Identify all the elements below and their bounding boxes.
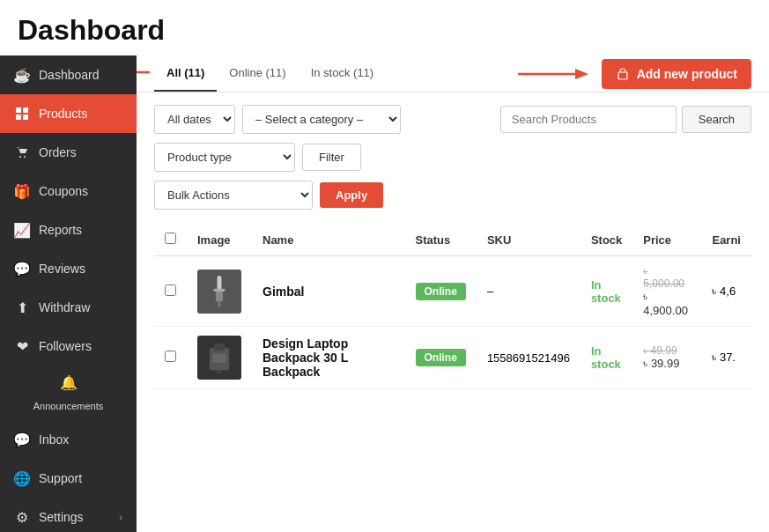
tabs-list: All (11) Online (11) In stock (11) — [154, 55, 386, 92]
price-original: ৳ 5,000.00 — [643, 265, 691, 290]
category-filter-select[interactable]: – Select a category – — [242, 105, 401, 134]
product-stock-cell: Instock — [580, 327, 632, 389]
sidebar-item-orders[interactable]: Orders — [0, 133, 137, 172]
dashboard-icon: ☕ — [14, 67, 30, 83]
reports-icon: 📈 — [14, 222, 30, 238]
row-checkbox[interactable] — [165, 351, 176, 362]
filter-button[interactable]: Filter — [302, 144, 361, 171]
product-image — [197, 336, 241, 380]
chevron-right-icon: › — [119, 512, 122, 522]
product-name-cell: Design Laptop Backpack 30 L Backpack — [252, 327, 405, 389]
svg-rect-2 — [16, 115, 21, 120]
backpack-svg — [203, 342, 235, 373]
product-earnings-cell: ৳ 4,6 — [701, 256, 751, 327]
coupons-icon: 🎁 — [14, 183, 30, 199]
withdraw-icon: ⬆ — [14, 299, 30, 315]
price-sale: ৳ 39.99 — [643, 357, 691, 371]
sidebar-item-dashboard[interactable]: ☕ Dashboard — [0, 55, 137, 94]
sidebar-item-inbox[interactable]: 💬 Inbox — [0, 420, 137, 459]
row-checkbox-cell — [154, 256, 187, 327]
products-icon — [14, 106, 30, 122]
col-earnings: Earni — [701, 224, 751, 256]
sidebar-item-reports[interactable]: 📈 Reports — [0, 211, 137, 249]
row-checkbox[interactable] — [165, 284, 176, 296]
svg-point-4 — [19, 156, 21, 158]
svg-rect-8 — [618, 72, 627, 79]
settings-icon: ⚙ — [14, 509, 30, 525]
svg-rect-0 — [16, 107, 21, 113]
sidebar-item-followers[interactable]: ❤ Followers — [0, 327, 137, 366]
sidebar-item-products[interactable]: Products — [0, 94, 137, 133]
sidebar-item-announcements[interactable]: 🔔 Announcements — [0, 366, 137, 420]
products-table-wrapper: Image Name Status SKU Stock Price Earni — [137, 224, 769, 389]
svg-rect-14 — [218, 301, 220, 307]
orders-icon — [14, 144, 30, 160]
sidebar-item-label: Followers — [39, 339, 122, 353]
product-sku-cell: – — [477, 256, 580, 327]
svg-rect-17 — [212, 354, 226, 363]
svg-rect-12 — [213, 288, 225, 291]
svg-rect-1 — [23, 107, 28, 113]
sidebar-item-label: Products — [39, 107, 122, 121]
table-row: Gimbal Online – Instock ৳ 5,000.00 ৳ 4,9… — [154, 256, 751, 327]
svg-marker-7 — [575, 69, 588, 79]
product-status-cell: Online — [405, 327, 477, 389]
tab-all[interactable]: All (11) — [154, 55, 217, 92]
sidebar-item-label: Coupons — [39, 184, 122, 198]
sidebar-item-label: Inbox — [39, 432, 122, 447]
tab-instock[interactable]: In stock (11) — [299, 55, 387, 92]
product-price-cell: ৳ 49.99 ৳ 39.99 — [632, 327, 701, 389]
price-sale: ৳ 4,900.00 — [643, 290, 691, 317]
product-image-cell — [187, 327, 252, 389]
svg-rect-16 — [214, 344, 225, 351]
product-image — [197, 270, 241, 314]
products-table: Image Name Status SKU Stock Price Earni — [154, 224, 751, 389]
product-stock-cell: Instock — [580, 256, 632, 327]
date-filter-select[interactable]: All dates — [154, 105, 235, 134]
sidebar-item-withdraw[interactable]: ⬆ Withdraw — [0, 288, 137, 327]
sidebar: ☕ Dashboard Products Orders 🎁 Coupons 📈 … — [0, 55, 137, 532]
sidebar-item-label: Orders — [39, 145, 122, 159]
search-button[interactable]: Search — [682, 106, 751, 133]
status-badge: Online — [416, 349, 466, 366]
svg-rect-3 — [23, 115, 28, 120]
row-checkbox-cell — [154, 327, 187, 389]
apply-button[interactable]: Apply — [320, 182, 383, 208]
product-price-cell: ৳ 5,000.00 ৳ 4,900.00 — [632, 256, 701, 327]
sidebar-item-settings[interactable]: ⚙ Settings › — [0, 498, 137, 532]
bulk-actions-select[interactable]: Bulk Actions — [154, 181, 313, 210]
page-title: Dashboard — [0, 0, 769, 55]
search-products-input[interactable] — [500, 106, 677, 133]
product-name: Design Laptop Backpack 30 L Backpack — [262, 336, 348, 379]
select-all-checkbox[interactable] — [165, 233, 176, 244]
sidebar-item-label: Support — [39, 471, 122, 485]
stock-status: Instock — [591, 344, 621, 371]
table-row: Design Laptop Backpack 30 L Backpack Onl… — [154, 327, 751, 389]
sidebar-item-reviews[interactable]: 💬 Reviews — [0, 249, 137, 288]
add-new-product-button[interactable]: Add new product — [602, 59, 751, 89]
sidebar-item-label: Dashboard — [39, 68, 122, 82]
arrow-to-add-product — [514, 63, 593, 85]
svg-rect-13 — [216, 292, 223, 301]
sidebar-item-coupons[interactable]: 🎁 Coupons — [0, 172, 137, 211]
price-original: ৳ 49.99 — [643, 344, 691, 357]
product-status-cell: Online — [405, 256, 477, 327]
sidebar-item-label: Withdraw — [39, 300, 122, 314]
product-earnings-cell: ৳ 37. — [701, 327, 751, 389]
svg-rect-11 — [218, 276, 222, 290]
gimbal-svg — [203, 276, 235, 307]
product-name: Gimbal — [262, 284, 304, 299]
support-icon: 🌐 — [14, 470, 30, 486]
product-sku-cell: 1558691521496 — [477, 327, 580, 389]
stock-status: Instock — [591, 278, 621, 305]
col-checkbox — [154, 224, 187, 256]
tabs-bar: All (11) Online (11) In stock (11) — [137, 55, 769, 92]
product-type-select[interactable]: Product type — [154, 143, 295, 172]
product-image-cell — [187, 256, 252, 327]
sidebar-item-label: Announcements — [33, 401, 104, 411]
tab-online[interactable]: Online (11) — [217, 55, 298, 92]
announcements-icon: 🔔 — [61, 374, 77, 390]
sidebar-item-support[interactable]: 🌐 Support — [0, 459, 137, 498]
reviews-icon: 💬 — [14, 261, 30, 277]
main-content: All (11) Online (11) In stock (11) — [137, 55, 769, 532]
